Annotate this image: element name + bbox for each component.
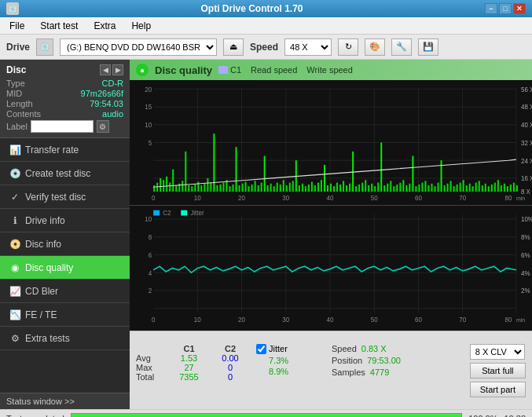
svg-rect-68 <box>251 185 253 192</box>
svg-rect-150 <box>510 185 512 192</box>
menu-help[interactable]: Help <box>125 19 157 33</box>
svg-rect-116 <box>402 180 404 192</box>
stats-avg-label: Avg <box>136 353 167 363</box>
menu-extra[interactable]: Extra <box>87 19 122 33</box>
maximize-button[interactable]: □ <box>499 3 512 14</box>
svg-rect-85 <box>305 186 306 192</box>
svg-rect-92 <box>327 185 328 192</box>
svg-text:40 X: 40 X <box>521 121 532 130</box>
progress-text: 100.0% <box>468 414 497 418</box>
nav-label-disc-quality: Disc quality <box>25 262 73 273</box>
disc-quality-header: ● Disc quality C1 Read speed Write speed <box>130 60 532 80</box>
svg-rect-121 <box>418 185 420 192</box>
legend-read: Read speed <box>251 65 297 75</box>
svg-rect-143 <box>488 186 490 192</box>
stats-hdr-c2: C2 <box>211 344 250 353</box>
speed-select[interactable]: 48 X <box>284 38 332 56</box>
svg-rect-127 <box>438 183 439 192</box>
svg-text:4: 4 <box>149 269 152 277</box>
svg-rect-51 <box>197 181 199 191</box>
nav-label-drive-info: Drive info <box>25 215 65 226</box>
menu-file[interactable]: File <box>3 19 31 33</box>
svg-rect-120 <box>415 186 416 192</box>
svg-rect-73 <box>267 185 269 192</box>
stats-total-label: Total <box>136 372 167 382</box>
stats-hdr-c1: C1 <box>167 344 211 353</box>
sidebar-item-create-test-disc[interactable]: 💿Create test disc <box>0 162 130 185</box>
settings-button2[interactable]: 🔧 <box>391 38 412 56</box>
svg-rect-124 <box>427 185 429 192</box>
mid-label: MID <box>6 89 22 98</box>
sidebar-item-fe-te[interactable]: 📉FE / TE <box>0 303 130 327</box>
svg-rect-192 <box>153 210 160 216</box>
eject-button[interactable]: ⏏ <box>223 38 244 56</box>
start-full-button[interactable]: Start full <box>470 363 526 379</box>
svg-rect-96 <box>339 185 341 192</box>
nav-label-transfer-rate: Transfer rate <box>25 144 79 155</box>
svg-rect-112 <box>390 181 391 192</box>
refresh-button[interactable]: ↻ <box>338 38 358 56</box>
svg-rect-62 <box>233 185 234 192</box>
svg-text:80: 80 <box>504 315 512 324</box>
nav-label-fe-te: FE / TE <box>25 309 57 320</box>
svg-rect-133 <box>457 185 458 192</box>
svg-rect-89 <box>317 183 319 192</box>
svg-rect-74 <box>270 184 272 192</box>
nav-label-cd-bler: CD Bler <box>25 286 58 297</box>
svg-rect-81 <box>292 181 294 192</box>
minimize-button[interactable]: − <box>485 3 497 14</box>
legend-c1: C1 <box>218 65 241 75</box>
svg-text:32 X: 32 X <box>521 138 532 147</box>
sidebar-item-cd-bler[interactable]: 📈CD Bler <box>0 280 130 303</box>
svg-text:70: 70 <box>459 194 466 203</box>
charts-area: 20 15 10 5 56 X 48 X 40 X 32 X 24 X 16 X… <box>130 80 532 331</box>
jitter-checkbox[interactable] <box>256 344 266 354</box>
sidebar-item-extra-tests[interactable]: ⚙Extra tests <box>0 327 130 350</box>
nav-icon-transfer-rate: 📊 <box>9 144 20 155</box>
stats-avg-c2: 0.00 <box>211 353 250 363</box>
nav-label-verify-test-disc: Verify test disc <box>25 192 86 203</box>
svg-text:10: 10 <box>194 194 201 203</box>
label-settings-btn[interactable]: ⚙ <box>97 120 109 133</box>
svg-rect-118 <box>409 184 410 192</box>
svg-rect-123 <box>424 181 426 192</box>
stats-max-c2: 0 <box>211 363 250 372</box>
svg-rect-137 <box>469 184 471 192</box>
close-button[interactable]: ✕ <box>513 3 526 14</box>
disc-arrow-right[interactable]: ▶ <box>112 64 123 75</box>
save-button[interactable]: 💾 <box>418 38 438 56</box>
sidebar-item-drive-info[interactable]: ℹDrive info <box>0 209 130 232</box>
label-input[interactable] <box>31 120 94 133</box>
svg-rect-142 <box>485 184 486 192</box>
svg-rect-78 <box>283 180 284 192</box>
drive-row: Drive 💿 (G:) BENQ DVD DD DW1640 BSRB ⏏ S… <box>0 35 532 60</box>
settings-button1[interactable]: 🎨 <box>365 38 385 56</box>
speed-combo[interactable]: 8 X CLV <box>470 344 525 360</box>
svg-text:6: 6 <box>149 251 152 259</box>
chart1-section: 20 15 10 5 56 X 48 X 40 X 32 X 24 X 16 X… <box>130 80 532 206</box>
svg-rect-108 <box>377 183 379 192</box>
disc-arrows: ◀ ▶ <box>100 64 123 75</box>
chart2-section: 10 8 6 4 2 10% 8% 6% 4% 2% 0 10 20 <box>130 206 532 331</box>
drive-select[interactable]: (G:) BENQ DVD DD DW1640 BSRB <box>60 38 217 56</box>
menu-starttest[interactable]: Start test <box>34 19 84 33</box>
sidebar-item-transfer-rate[interactable]: 📊Transfer rate <box>0 138 130 162</box>
disc-arrow-left[interactable]: ◀ <box>100 64 111 75</box>
svg-text:2: 2 <box>149 287 152 295</box>
stats-total-c1: 7355 <box>167 372 211 382</box>
disc-panel-title: Disc <box>6 64 26 75</box>
start-part-button[interactable]: Start part <box>470 382 526 397</box>
legend-read-label: Read speed <box>251 65 297 75</box>
sidebar-item-verify-test-disc[interactable]: ✓Verify test disc <box>0 185 130 209</box>
svg-rect-132 <box>453 186 455 192</box>
jitter-col: Jitter 7.3% 8.9% <box>256 344 319 376</box>
svg-rect-87 <box>311 181 313 191</box>
titlebar: 💿 Opti Drive Control 1.70 − □ ✕ <box>0 0 532 17</box>
speed-info: Speed 0.83 X Position 79:53.00 Samples 4… <box>332 344 401 377</box>
svg-rect-151 <box>513 183 515 192</box>
svg-rect-110 <box>383 185 385 192</box>
svg-text:0: 0 <box>152 315 156 324</box>
status-window-label[interactable]: Status window >> <box>0 393 130 409</box>
sidebar-item-disc-quality[interactable]: ◉Disc quality <box>0 256 130 280</box>
sidebar-item-disc-info[interactable]: 📀Disc info <box>0 232 130 256</box>
